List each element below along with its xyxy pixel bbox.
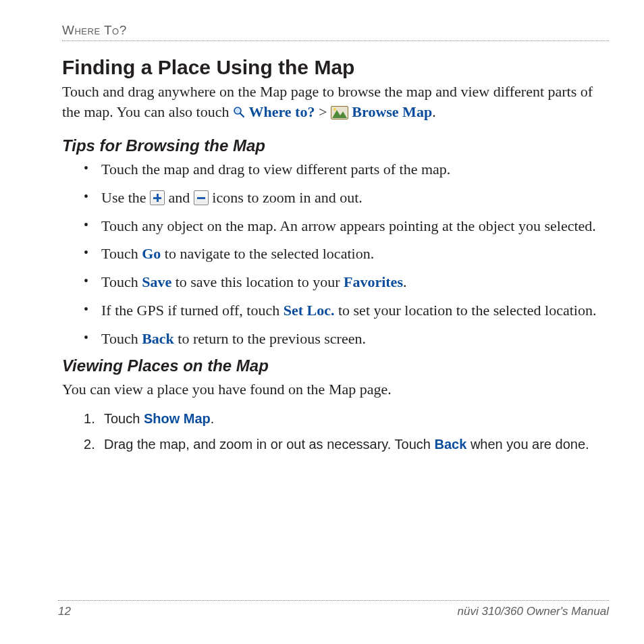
intro-paragraph: Touch and drag anywhere on the Map page …	[62, 82, 609, 122]
text: Touch	[101, 273, 142, 290]
text: icons to zoom in and out.	[209, 189, 363, 206]
save-command: Save	[142, 273, 171, 290]
manual-page: Where To? Finding a Place Using the Map …	[0, 0, 644, 644]
text: Touch	[101, 330, 142, 347]
browse-map-link: Browse Map	[352, 103, 432, 120]
text: .	[403, 273, 407, 290]
running-head: Where To?	[62, 23, 609, 41]
list-item: Touch Go to navigate to the selected loc…	[84, 244, 609, 264]
go-command: Go	[142, 245, 161, 262]
text: to navigate to the selected location.	[161, 245, 374, 262]
text: to save this location to your	[171, 273, 344, 290]
steps-list: Touch Show Map. Drag the map, and zoom i…	[62, 409, 609, 454]
text: to return to the previous screen.	[174, 330, 366, 347]
list-item: If the GPS if turned off, touch Set Loc.…	[84, 300, 609, 321]
intro-end: .	[432, 103, 436, 120]
text: If the GPS if turned off, touch	[101, 302, 284, 319]
where-to-link: Where to?	[248, 103, 315, 120]
text: Drag the map, and zoom in or out as nece…	[104, 437, 435, 452]
manual-title: nüvi 310/360 Owner's Manual	[458, 605, 609, 618]
magnifier-icon	[233, 103, 245, 115]
list-item: Touch the map and drag to view different…	[84, 159, 609, 180]
step-item: Touch Show Map.	[84, 409, 609, 428]
back-command: Back	[435, 437, 467, 452]
breadcrumb-separator: >	[319, 103, 331, 120]
text: Use the	[101, 189, 150, 206]
svg-point-4	[333, 108, 336, 111]
page-footer: 12 nüvi 310/360 Owner's Manual	[58, 600, 609, 618]
page-heading: Finding a Place Using the Map	[62, 56, 609, 79]
list-item: Use the and icons to zoom in and out.	[84, 188, 609, 208]
list-item: Touch any object on the map. An arrow ap…	[84, 216, 609, 236]
svg-line-1	[240, 113, 244, 117]
back-command: Back	[142, 330, 174, 347]
browse-map-icon	[331, 105, 348, 118]
favorites-label: Favorites	[344, 273, 403, 290]
text: and	[165, 189, 194, 206]
list-item: Touch Back to return to the previous scr…	[84, 329, 609, 349]
zoom-out-icon	[194, 190, 209, 205]
tips-list: Touch the map and drag to view different…	[62, 159, 609, 348]
step-item: Drag the map, and zoom in or out as nece…	[84, 435, 609, 454]
viewing-heading: Viewing Places on the Map	[62, 356, 609, 375]
text: when you are done.	[466, 437, 589, 452]
zoom-in-icon	[150, 190, 165, 205]
show-map-command: Show Map	[144, 411, 211, 426]
text: Touch	[104, 411, 144, 426]
text: to set your location to the selected loc…	[334, 302, 596, 319]
tips-heading: Tips for Browsing the Map	[62, 136, 609, 155]
viewing-paragraph: You can view a place you have found on t…	[62, 379, 609, 400]
list-item: Touch Save to save this location to your…	[84, 272, 609, 292]
text: .	[211, 411, 215, 426]
page-number: 12	[58, 605, 71, 618]
text: Touch	[101, 245, 142, 262]
set-loc-command: Set Loc.	[284, 302, 335, 319]
